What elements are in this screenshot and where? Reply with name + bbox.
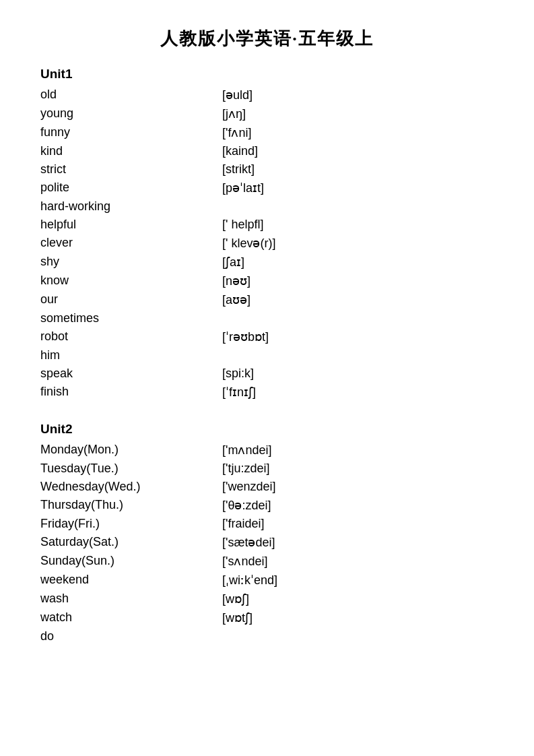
- page-title: 人教版小学英语·五年级上: [40, 27, 494, 51]
- vocab-phonetic: [ˌwiːkˈend]: [215, 571, 494, 590]
- vocab-word: helpful: [40, 216, 215, 234]
- vocab-word: old: [40, 86, 215, 104]
- table-row: finish[ˈfɪnɪʃ]: [40, 383, 494, 402]
- vocab-word: finish: [40, 383, 215, 402]
- unit-1-vocab-table: old[əuld]young[jʌŋ]funny['fʌni]kind[kain…: [40, 86, 494, 402]
- vocab-phonetic: [pəˈlaɪt]: [215, 179, 494, 197]
- vocab-phonetic: [strikt]: [215, 160, 494, 179]
- vocab-phonetic: ['wenzdei]: [215, 478, 494, 496]
- vocab-word: strict: [40, 160, 215, 179]
- table-row: Wednesday(Wed.)['wenzdei]: [40, 478, 494, 496]
- table-row: helpful[' helpfl]: [40, 216, 494, 234]
- vocab-word: shy: [40, 253, 215, 272]
- vocab-word: robot: [40, 327, 215, 346]
- vocab-phonetic: [215, 627, 494, 645]
- vocab-phonetic: [jʌŋ]: [215, 104, 494, 123]
- table-row: Saturday(Sat.)['sætədei]: [40, 533, 494, 552]
- table-row: polite[pəˈlaɪt]: [40, 179, 494, 197]
- table-row: robot[ˈrəʊbɒt]: [40, 327, 494, 346]
- vocab-word: weekend: [40, 571, 215, 590]
- table-row: funny['fʌni]: [40, 123, 494, 142]
- table-row: hard-working: [40, 197, 494, 216]
- vocab-word: kind: [40, 142, 215, 160]
- table-row: strict[strikt]: [40, 160, 494, 179]
- vocab-word: clever: [40, 234, 215, 253]
- vocab-phonetic: [ˈfɪnɪʃ]: [215, 383, 494, 402]
- vocab-phonetic: [ʃaɪ]: [215, 253, 494, 272]
- vocab-word: know: [40, 272, 215, 290]
- vocab-phonetic: [215, 346, 494, 365]
- vocab-word: Sunday(Sun.): [40, 552, 215, 571]
- table-row: Thursday(Thu.)['θə:zdei]: [40, 496, 494, 515]
- table-row: kind[kaind]: [40, 142, 494, 160]
- vocab-word: watch: [40, 608, 215, 627]
- vocabulary-content: Unit1old[əuld]young[jʌŋ]funny['fʌni]kind…: [40, 67, 494, 645]
- unit-heading-2: Unit2: [40, 422, 494, 437]
- table-row: Tuesday(Tue.)['tju:zdei]: [40, 460, 494, 478]
- vocab-word: hard-working: [40, 197, 215, 216]
- vocab-word: do: [40, 627, 215, 645]
- vocab-word: Monday(Mon.): [40, 441, 215, 460]
- vocab-word: Tuesday(Tue.): [40, 460, 215, 478]
- vocab-phonetic: ['θə:zdei]: [215, 496, 494, 515]
- vocab-word: our: [40, 290, 215, 309]
- vocab-word: sometimes: [40, 309, 215, 327]
- vocab-word: young: [40, 104, 215, 123]
- table-row: do: [40, 627, 494, 645]
- vocab-phonetic: [kaind]: [215, 142, 494, 160]
- vocab-phonetic: [wɒtʃ]: [215, 608, 494, 627]
- table-row: watch[wɒtʃ]: [40, 608, 494, 627]
- vocab-phonetic: [' helpfl]: [215, 216, 494, 234]
- table-row: know[nəʊ]: [40, 272, 494, 290]
- vocab-phonetic: ['fʌni]: [215, 123, 494, 142]
- vocab-word: Friday(Fri.): [40, 515, 215, 533]
- unit-2-vocab-table: Monday(Mon.)['mʌndei]Tuesday(Tue.)['tju:…: [40, 441, 494, 645]
- vocab-phonetic: ['sʌndei]: [215, 552, 494, 571]
- vocab-phonetic: [əuld]: [215, 86, 494, 104]
- unit-heading-1: Unit1: [40, 67, 494, 82]
- table-row: old[əuld]: [40, 86, 494, 104]
- vocab-phonetic: [spi:k]: [215, 365, 494, 383]
- vocab-word: wash: [40, 590, 215, 608]
- vocab-word: Wednesday(Wed.): [40, 478, 215, 496]
- table-row: Monday(Mon.)['mʌndei]: [40, 441, 494, 460]
- table-row: Friday(Fri.)['fraidei]: [40, 515, 494, 533]
- table-row: young[jʌŋ]: [40, 104, 494, 123]
- table-row: weekend[ˌwiːkˈend]: [40, 571, 494, 590]
- vocab-word: him: [40, 346, 215, 365]
- table-row: wash[wɒʃ]: [40, 590, 494, 608]
- vocab-phonetic: ['fraidei]: [215, 515, 494, 533]
- table-row: speak[spi:k]: [40, 365, 494, 383]
- unit-gap: [40, 402, 494, 415]
- table-row: him: [40, 346, 494, 365]
- table-row: clever[' klevə(r)]: [40, 234, 494, 253]
- vocab-word: speak: [40, 365, 215, 383]
- vocab-phonetic: [ˈrəʊbɒt]: [215, 327, 494, 346]
- vocab-phonetic: ['sætədei]: [215, 533, 494, 552]
- table-row: sometimes: [40, 309, 494, 327]
- vocab-phonetic: ['mʌndei]: [215, 441, 494, 460]
- table-row: our[aʊə]: [40, 290, 494, 309]
- vocab-phonetic: [aʊə]: [215, 290, 494, 309]
- vocab-phonetic: [215, 309, 494, 327]
- vocab-phonetic: [wɒʃ]: [215, 590, 494, 608]
- vocab-phonetic: [' klevə(r)]: [215, 234, 494, 253]
- table-row: Sunday(Sun.)['sʌndei]: [40, 552, 494, 571]
- vocab-phonetic: ['tju:zdei]: [215, 460, 494, 478]
- vocab-word: Thursday(Thu.): [40, 496, 215, 515]
- vocab-phonetic: [nəʊ]: [215, 272, 494, 290]
- table-row: shy[ʃaɪ]: [40, 253, 494, 272]
- vocab-word: Saturday(Sat.): [40, 533, 215, 552]
- vocab-phonetic: [215, 197, 494, 216]
- vocab-word: funny: [40, 123, 215, 142]
- vocab-word: polite: [40, 179, 215, 197]
